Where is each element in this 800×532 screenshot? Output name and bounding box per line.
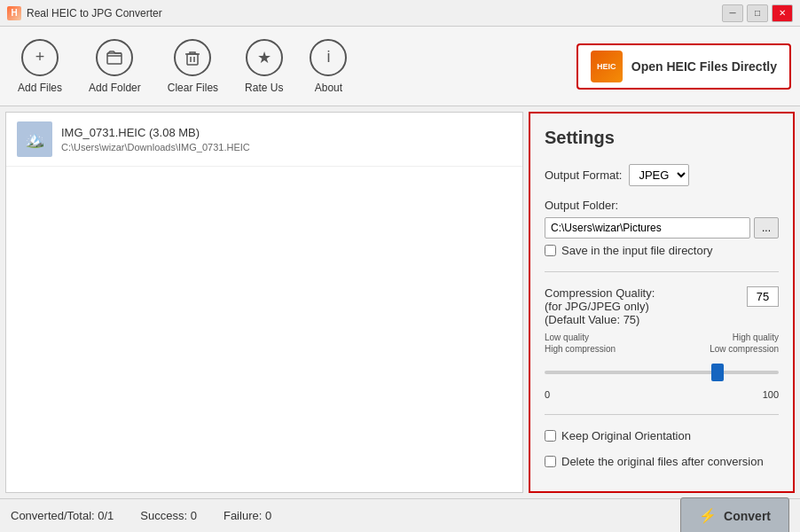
output-format-select[interactable]: JPEG	[629, 164, 689, 186]
delete-originals-checkbox[interactable]	[545, 456, 556, 467]
folder-path-input[interactable]	[545, 217, 750, 239]
save-in-input-dir-row: Save in the input file directory	[545, 244, 779, 257]
add-files-icon: +	[21, 39, 59, 76]
compression-label-group: Compression Quality: (for JPG/JPEG only)…	[545, 286, 738, 326]
quality-labels: Low quality High compression High qualit…	[545, 332, 779, 355]
slider-range-labels: 0 100	[545, 389, 779, 400]
toolbar: + Add Files Add Folder Clear Files ★ Rat…	[0, 27, 800, 106]
slider-min-label: 0	[545, 389, 550, 400]
compression-section: Compression Quality: (for JPG/JPEG only)…	[545, 286, 779, 400]
close-button[interactable]: ✕	[772, 4, 793, 22]
open-heic-button[interactable]: HEIC Open HEIC Files Directly	[576, 43, 791, 90]
rate-us-label: Rate Us	[245, 82, 283, 94]
title-bar-left: H Real HEIC to JPG Converter	[7, 6, 162, 20]
compression-header: Compression Quality: (for JPG/JPEG only)…	[545, 286, 779, 326]
output-format-label: Output Format:	[545, 168, 622, 182]
keep-orientation-row: Keep Original Orientation	[545, 429, 779, 442]
settings-title: Settings	[545, 128, 779, 148]
app-icon: H	[7, 6, 21, 20]
save-in-input-dir-checkbox[interactable]	[545, 245, 556, 256]
minimize-button[interactable]: ─	[722, 4, 743, 22]
file-info: IMG_0731.HEIC (3.08 MB) C:\Users\wizar\D…	[61, 126, 250, 153]
folder-input-row: ...	[545, 217, 779, 239]
output-folder-label: Output Folder:	[545, 199, 779, 212]
app-title: Real HEIC to JPG Converter	[27, 7, 162, 20]
svg-rect-1	[187, 54, 198, 65]
clear-files-icon	[174, 39, 211, 76]
convert-label: Convert	[724, 509, 771, 523]
table-row: 🏔️ IMG_0731.HEIC (3.08 MB) C:\Users\wiza…	[6, 113, 522, 167]
rate-us-button[interactable]: ★ Rate Us	[236, 34, 292, 99]
compression-label2: (for JPG/JPEG only)	[545, 300, 738, 313]
add-files-label: Add Files	[18, 82, 62, 94]
output-format-row: Output Format: JPEG	[545, 164, 779, 186]
browse-button[interactable]: ...	[754, 217, 779, 239]
compression-label3: (Default Value: 75)	[545, 313, 738, 326]
quality-low-labels: Low quality High compression	[545, 332, 616, 355]
open-heic-label: Open HEIC Files Directly	[631, 59, 777, 74]
converted-total-status: Converted/Total: 0/1	[11, 509, 114, 522]
quality-low-label2: High compression	[545, 343, 616, 355]
quality-high-label1: High quality	[710, 332, 779, 343]
add-files-button[interactable]: + Add Files	[9, 34, 71, 99]
maximize-button[interactable]: □	[747, 4, 768, 22]
quality-high-labels: High quality Low compression	[710, 332, 779, 355]
about-label: About	[315, 82, 342, 94]
settings-panel: Settings Output Format: JPEG Output Fold…	[529, 112, 795, 493]
svg-rect-0	[107, 53, 122, 64]
convert-icon: ⚡	[699, 507, 717, 524]
keep-orientation-checkbox[interactable]	[545, 430, 556, 442]
about-icon: i	[310, 39, 347, 76]
heic-icon: HEIC	[591, 51, 623, 82]
add-folder-icon	[96, 39, 133, 76]
delete-originals-label[interactable]: Delete the original files after conversi…	[561, 455, 764, 468]
delete-originals-row: Delete the original files after conversi…	[545, 455, 779, 468]
compression-value: 75	[747, 286, 779, 307]
file-path: C:\Users\wizar\Downloads\IMG_0731.HEIC	[61, 142, 250, 153]
quality-low-label1: Low quality	[545, 332, 616, 343]
compression-label1: Compression Quality:	[545, 286, 738, 300]
convert-button[interactable]: ⚡ Convert	[680, 497, 789, 533]
file-list: 🏔️ IMG_0731.HEIC (3.08 MB) C:\Users\wiza…	[5, 112, 523, 493]
window-controls: ─ □ ✕	[722, 4, 793, 22]
output-folder-section: Output Folder: ... Save in the input fil…	[545, 199, 779, 257]
file-thumbnail: 🏔️	[17, 121, 52, 157]
quality-slider[interactable]	[545, 371, 779, 374]
about-button[interactable]: i About	[301, 34, 356, 99]
keep-orientation-label[interactable]: Keep Original Orientation	[561, 429, 691, 442]
clear-files-label: Clear Files	[168, 82, 218, 94]
rate-us-icon: ★	[246, 39, 283, 76]
slider-max-label: 100	[763, 389, 779, 400]
add-folder-button[interactable]: Add Folder	[80, 34, 150, 99]
main-area: 🏔️ IMG_0731.HEIC (3.08 MB) C:\Users\wiza…	[0, 106, 800, 498]
failure-status: Failure: 0	[224, 509, 271, 522]
success-status: Success: 0	[140, 509, 197, 522]
divider-2	[545, 414, 779, 415]
save-in-input-dir-label[interactable]: Save in the input file directory	[561, 244, 713, 257]
status-bar: Converted/Total: 0/1 Success: 0 Failure:…	[0, 498, 800, 532]
title-bar: H Real HEIC to JPG Converter ─ □ ✕	[0, 0, 800, 27]
divider-1	[545, 271, 779, 272]
clear-files-button[interactable]: Clear Files	[159, 34, 227, 99]
slider-container	[545, 360, 779, 380]
file-name: IMG_0731.HEIC (3.08 MB)	[61, 126, 250, 139]
add-folder-label: Add Folder	[89, 82, 141, 94]
quality-high-label2: Low compression	[710, 343, 779, 355]
